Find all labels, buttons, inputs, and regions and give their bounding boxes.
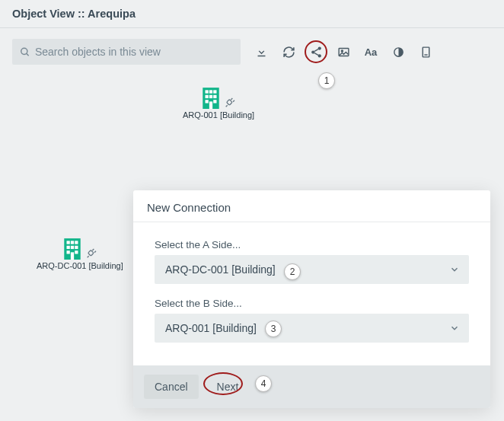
font-icon: Aa xyxy=(365,46,378,58)
page-button[interactable] xyxy=(413,39,439,65)
svg-rect-23 xyxy=(75,241,78,244)
svg-rect-13 xyxy=(206,95,209,98)
label-side-b: Select the B Side... xyxy=(155,298,469,309)
svg-rect-19 xyxy=(227,100,233,106)
svg-point-6 xyxy=(341,50,343,52)
page-icon xyxy=(419,46,432,59)
svg-rect-11 xyxy=(209,90,212,93)
next-button[interactable]: Next xyxy=(206,375,250,399)
building-icon xyxy=(201,86,221,109)
highlight-ring xyxy=(305,40,327,63)
svg-rect-30 xyxy=(88,250,94,257)
svg-line-1 xyxy=(27,53,29,56)
download-icon xyxy=(255,46,268,59)
select-side-a[interactable]: ARQ-DC-001 [Building] xyxy=(155,255,469,284)
search-icon xyxy=(20,46,30,58)
contrast-icon xyxy=(392,46,405,59)
callout-2: 2 xyxy=(284,263,301,280)
label-side-a: Select the A Side... xyxy=(155,239,469,250)
node-label: ARQ-001 [Building] xyxy=(183,110,254,120)
cancel-button[interactable]: Cancel xyxy=(144,375,199,399)
chevron-down-icon xyxy=(449,264,460,275)
node-label: ARQ-DC-001 [Building] xyxy=(37,261,123,270)
svg-rect-15 xyxy=(213,95,216,98)
share-button[interactable] xyxy=(303,39,329,65)
plug-icon xyxy=(85,247,97,260)
image-icon xyxy=(337,46,350,59)
select-side-b-value: ARQ-001 [Building] xyxy=(165,322,257,334)
svg-rect-10 xyxy=(206,90,209,93)
svg-rect-17 xyxy=(213,100,216,103)
search-input[interactable] xyxy=(35,46,233,58)
share-icon xyxy=(310,46,323,59)
svg-rect-12 xyxy=(213,90,216,93)
callout-4: 4 xyxy=(255,375,272,392)
svg-point-0 xyxy=(21,48,27,54)
svg-rect-24 xyxy=(66,246,69,249)
svg-point-3 xyxy=(311,50,314,53)
search-box[interactable] xyxy=(12,39,241,65)
refresh-icon xyxy=(282,46,295,59)
svg-rect-21 xyxy=(66,241,69,244)
svg-rect-16 xyxy=(206,100,209,103)
new-connection-modal: New Connection Select the A Side... ARQ-… xyxy=(133,190,490,408)
page-title: Object View :: Arequipa xyxy=(0,0,504,28)
building-icon xyxy=(62,237,82,260)
svg-rect-29 xyxy=(71,252,74,260)
svg-rect-22 xyxy=(71,241,74,244)
contrast-button[interactable] xyxy=(385,39,411,65)
svg-rect-8 xyxy=(423,47,429,57)
node-arq-dc-001[interactable]: ARQ-DC-001 [Building] xyxy=(37,237,123,270)
modal-body: Select the A Side... ARQ-DC-001 [Buildin… xyxy=(133,222,490,365)
toolbar-icons: Aa xyxy=(248,39,439,65)
svg-rect-18 xyxy=(209,101,212,109)
svg-rect-26 xyxy=(75,246,78,249)
modal-title: New Connection xyxy=(133,190,490,222)
toolbar: Aa xyxy=(0,28,504,71)
svg-rect-14 xyxy=(209,95,212,98)
image-button[interactable] xyxy=(330,39,356,65)
callout-3: 3 xyxy=(265,321,282,337)
node-arq-001[interactable]: ARQ-001 [Building] xyxy=(183,86,254,120)
plug-icon xyxy=(224,97,236,109)
download-button[interactable] xyxy=(248,39,274,65)
svg-rect-25 xyxy=(71,246,74,249)
modal-footer: Cancel Next xyxy=(133,365,490,408)
select-side-a-value: ARQ-DC-001 [Building] xyxy=(165,263,276,276)
svg-point-2 xyxy=(317,46,321,49)
select-side-b[interactable]: ARQ-001 [Building] xyxy=(155,314,469,343)
svg-point-4 xyxy=(317,54,321,57)
chevron-down-icon xyxy=(449,323,460,333)
callout-1: 1 xyxy=(318,72,335,89)
font-button[interactable]: Aa xyxy=(358,39,384,65)
svg-rect-28 xyxy=(75,250,78,254)
refresh-button[interactable] xyxy=(276,39,301,65)
svg-rect-27 xyxy=(66,250,69,254)
